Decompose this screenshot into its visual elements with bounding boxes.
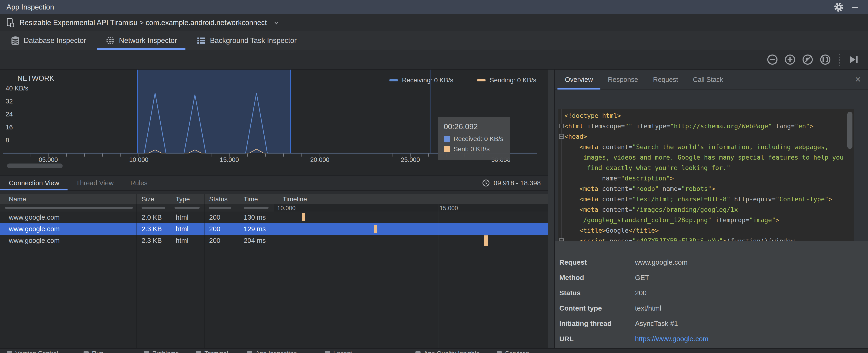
tab-network-inspector[interactable]: Network Inspector	[96, 31, 187, 50]
cell-status: 200	[205, 214, 239, 221]
toolwindow-button-logcat[interactable]: Logcat	[325, 350, 352, 353]
column-header-type[interactable]: Type	[169, 195, 205, 203]
tab-database-inspector[interactable]: Database Inspector	[11, 31, 96, 50]
time-column-scrollbar[interactable]	[244, 207, 269, 209]
code-line: <meta content="/images/branding/googleg/…	[564, 204, 844, 215]
process-selection-label: Resizable Experimental API Tiramisu > co…	[20, 19, 267, 27]
status-column-scrollbar[interactable]	[209, 207, 231, 209]
network-traffic-chart[interactable]: 05.00010.00015.00020.00025.00030.00040 K…	[0, 70, 548, 175]
svg-text:16: 16	[6, 124, 13, 131]
column-header-name[interactable]: Name	[0, 195, 136, 203]
sending-swatch	[477, 79, 486, 82]
cell-time: 130 ms	[239, 214, 274, 221]
cell-name: www.google.com	[0, 214, 136, 221]
tab-call-stack[interactable]: Call Stack	[685, 70, 731, 90]
jump-to-live-icon[interactable]	[847, 53, 860, 66]
column-separator[interactable]	[169, 194, 170, 348]
toolwindow-icon	[325, 351, 330, 353]
fold-icon[interactable]	[559, 124, 564, 128]
minimize-icon[interactable]	[848, 1, 862, 14]
column-header-timeline[interactable]: Timeline	[274, 194, 548, 204]
timeline-tick-10: 10.000	[277, 204, 296, 212]
toolwindow-button-app-quality-insights[interactable]: App Quality Insights	[415, 350, 479, 353]
task-list-icon	[196, 36, 206, 45]
toolwindow-button-services[interactable]: Services	[497, 350, 529, 353]
size-column-scrollbar[interactable]	[142, 207, 165, 209]
connection-details-panel: Overview Response Request Call Stack ✕ <…	[555, 70, 868, 348]
type-column-scrollbar[interactable]	[175, 207, 199, 209]
settings-gear-icon[interactable]	[832, 1, 845, 14]
tab-thread-view[interactable]: Thread View	[67, 175, 122, 190]
cell-size: 2.3 KB	[136, 237, 169, 245]
toolwindow-button-terminal[interactable]: Terminal	[196, 350, 228, 353]
column-header-size[interactable]: Size	[136, 195, 169, 203]
toolwindow-button-version-control[interactable]: Version Control	[7, 350, 58, 353]
fold-icon[interactable]	[559, 238, 564, 241]
tab-rules[interactable]: Rules	[122, 175, 156, 190]
tab-request[interactable]: Request	[645, 70, 685, 90]
field-initiating-thread: Initiating thread AsyncTask #1	[555, 316, 868, 331]
svg-text:24: 24	[6, 110, 13, 118]
toolbar-separator	[839, 53, 840, 66]
tooltip-time: 00:26.092	[444, 122, 504, 131]
field-label: Method	[555, 274, 635, 282]
column-header-time[interactable]: Time	[239, 195, 274, 203]
toolwindow-button-run[interactable]: Run	[84, 350, 103, 353]
column-separator[interactable]	[239, 194, 239, 348]
field-value: text/html	[635, 304, 661, 312]
editor-gutter	[561, 109, 562, 241]
tab-overview[interactable]: Overview	[557, 70, 600, 90]
inspector-tab-bar: Database Inspector Network Inspector Bac…	[0, 31, 868, 50]
cell-name: www.google.com	[0, 237, 136, 245]
column-separator[interactable]	[205, 194, 205, 348]
tab-label: Network Inspector	[119, 36, 177, 45]
toolwindow-button-problems[interactable]: Problems	[144, 350, 179, 353]
toolwindow-icon	[247, 351, 252, 353]
cell-name: www.google.com	[0, 225, 136, 233]
reset-zoom-icon[interactable]	[801, 53, 814, 66]
tab-label: Database Inspector	[24, 36, 86, 45]
code-line: <meta content="Search the world's inform…	[564, 142, 844, 152]
svg-text:25.000: 25.000	[401, 156, 420, 163]
chevron-down-icon	[273, 19, 280, 26]
code-scrollbar[interactable]	[847, 112, 852, 149]
field-label: Request	[555, 258, 635, 266]
cell-time: 204 ms	[239, 237, 274, 245]
zoom-in-icon[interactable]	[783, 53, 797, 66]
column-separator[interactable]	[136, 194, 137, 348]
fold-icon[interactable]	[559, 134, 564, 139]
tab-background-task-inspector[interactable]: Background Task Inspector	[187, 31, 306, 50]
cell-timeline	[274, 223, 548, 235]
close-icon[interactable]: ✕	[855, 75, 861, 84]
panel-splitter[interactable]	[548, 70, 555, 348]
legend-label: Sending: 0 KB/s	[490, 76, 536, 84]
code-line: name="description">	[564, 173, 844, 184]
name-column-scrollbar[interactable]	[5, 207, 133, 209]
code-line: <script nonce="p4QZXBJIXBBwFl3DtS-vXw">(…	[564, 236, 844, 241]
response-payload-viewer[interactable]: <!doctype html><html itemscope="" itemty…	[558, 109, 854, 241]
tab-response[interactable]: Response	[600, 70, 646, 90]
tooltip-received-row: Received: 0 KB/s	[444, 135, 504, 142]
code-line: <!doctype html>	[564, 110, 844, 121]
code-line: /googleg_standard_color_128dp.png" itemp…	[564, 215, 844, 225]
process-selector-bar[interactable]: Resizable Experimental API Tiramisu > co…	[0, 14, 868, 31]
url-link[interactable]: https://www.google.com	[635, 335, 709, 343]
request-summary: Request www.google.com Method GET Status…	[555, 241, 868, 348]
code-line: <meta content="noodp" name="robots">	[564, 184, 844, 194]
zoom-to-selection-icon[interactable]	[819, 53, 832, 66]
column-separator[interactable]	[274, 194, 274, 348]
field-request: Request www.google.com	[555, 255, 868, 270]
column-header-status[interactable]: Status	[205, 195, 239, 203]
device-icon	[6, 18, 15, 28]
code-line: <html itemscope="" itemtype="http://sche…	[564, 121, 844, 131]
toolwindow-button-app-inspection[interactable]: App Inspection	[247, 350, 297, 353]
tab-connection-view[interactable]: Connection View	[0, 175, 67, 190]
field-label: Content type	[555, 304, 635, 312]
window-title: App Inspection	[6, 3, 54, 11]
sent-swatch	[444, 146, 450, 152]
cell-type: html	[169, 214, 205, 221]
zoom-out-icon[interactable]	[766, 53, 779, 66]
legend-receiving: Receiving: 0 KB/s	[390, 76, 453, 84]
cell-size: 2.3 KB	[136, 225, 169, 233]
chart-horizontal-scrollbar[interactable]	[7, 163, 63, 168]
